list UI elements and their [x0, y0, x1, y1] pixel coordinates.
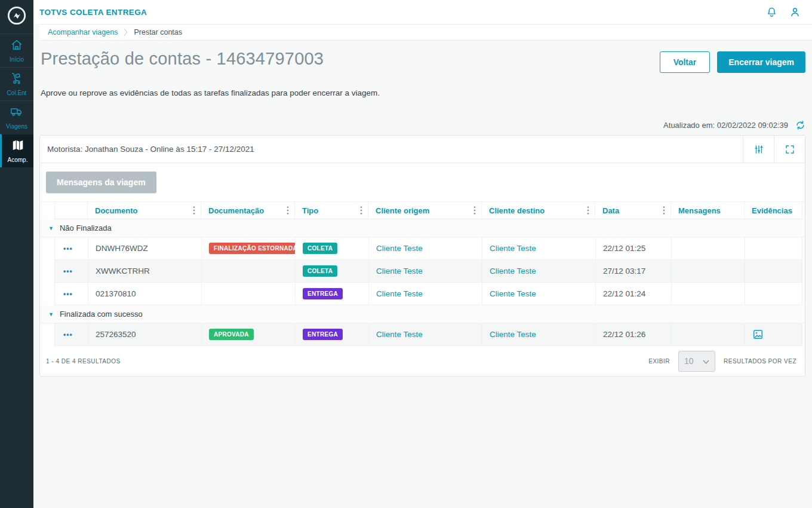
totvs-logo[interactable]: [0, 0, 33, 33]
map-icon: [11, 139, 24, 154]
sidebar-item-label: Início: [10, 56, 24, 63]
trip-messages-button[interactable]: Mensagens da viagem: [46, 172, 156, 193]
chevron-down-icon: [703, 356, 709, 366]
cliente-origem-link[interactable]: Cliente Teste: [376, 244, 423, 253]
sidebar-nav: Início Col.Ent Viagens Acomp.: [0, 33, 33, 167]
column-header-cliente-origem: Cliente origem: [368, 202, 482, 219]
user-icon[interactable]: [789, 6, 801, 19]
collapse-triangle-icon: ▼: [48, 225, 54, 231]
panel-header: Motorista: Jonathan Souza - Online às 15…: [40, 136, 805, 163]
page-size-select[interactable]: 10: [678, 351, 715, 372]
row-actions-icon[interactable]: •••: [62, 243, 74, 255]
results-count: 1 - 4 DE 4 RESULTADOS: [46, 358, 121, 365]
breadcrumb-link-acompanhar-viagens[interactable]: Acompanhar viagens: [48, 28, 118, 36]
type-badge: ENTREGA: [303, 288, 343, 299]
tasks-table: Documento Documentação Tipo Cliente orig…: [40, 202, 805, 346]
sidebar: Início Col.Ent Viagens Acomp.: [0, 0, 33, 508]
cliente-destino-link[interactable]: Cliente Teste: [490, 267, 536, 276]
cell-documentacao: [202, 260, 296, 282]
cliente-origem-link[interactable]: Cliente Teste: [376, 289, 423, 298]
row-actions-icon[interactable]: •••: [62, 265, 74, 277]
sidebar-item-label: Acomp.: [8, 157, 28, 163]
cell-data: 22/12 01:25: [596, 237, 672, 259]
sidebar-item-acomp[interactable]: Acomp.: [0, 134, 33, 167]
cell-cliente-destino: Cliente Teste: [482, 283, 596, 305]
cell-tipo: COLETA: [296, 237, 369, 259]
cell-documentacao: [202, 283, 296, 305]
cell-cliente-origem: Cliente Teste: [369, 260, 482, 282]
column-menu-icon[interactable]: [358, 205, 364, 216]
trip-panel: Motorista: Jonathan Souza - Online às 15…: [39, 135, 805, 377]
column-menu-icon[interactable]: [285, 205, 291, 216]
column-header-data: Data: [595, 202, 671, 219]
breadcrumb: Acompanhar viagens Prestar contas: [39, 24, 812, 41]
column-menu-icon[interactable]: [661, 205, 667, 216]
back-button[interactable]: Voltar: [660, 51, 710, 73]
topbar-icons: [765, 6, 801, 19]
image-evidence-icon[interactable]: [752, 329, 764, 340]
column-header-actions: [54, 202, 88, 219]
content: Prestação de contas - 14634797003 Voltar…: [33, 41, 812, 508]
column-header-documentacao: Documentação: [201, 202, 295, 219]
totvs-logo-icon: [7, 5, 27, 28]
row-actions-icon[interactable]: •••: [62, 329, 74, 341]
cliente-destino-link[interactable]: Cliente Teste: [490, 289, 536, 298]
exibir-label: EXIBIR: [648, 358, 670, 365]
cliente-destino-link[interactable]: Cliente Teste: [490, 330, 536, 339]
page-size-control: EXIBIR 10 RESULTADOS POR VEZ: [648, 351, 796, 372]
page-actions: Voltar Encerrar viagem: [660, 49, 805, 73]
column-header-documento: Documento: [88, 202, 201, 219]
row-actions-icon[interactable]: •••: [62, 288, 74, 300]
sidebar-item-label: Col.Ent: [7, 90, 27, 96]
group-label: Finalizada com sucesso: [60, 310, 143, 319]
group-label: Não Finalizada: [60, 224, 112, 232]
finish-trip-button[interactable]: Encerrar viagem: [717, 51, 805, 73]
column-menu-icon[interactable]: [191, 205, 197, 216]
cell-data: 22/12 01:24: [596, 283, 672, 305]
table-row: ••• 257263520 APROVADA ENTREGA Cliente T…: [54, 323, 802, 346]
type-badge: COLETA: [303, 265, 337, 277]
refresh-icon[interactable]: [795, 120, 805, 130]
group-row-nao-finalizada[interactable]: ▼ Não Finalizada: [40, 219, 805, 237]
table-row: ••• DNWH76WDZ FINALIZAÇÃO ESTORNADA COLE…: [54, 237, 802, 260]
page-size-value: 10: [684, 356, 694, 366]
sidebar-item-label: Viagens: [6, 123, 27, 130]
per-page-label: RESULTADOS POR VEZ: [724, 358, 796, 365]
column-menu-icon[interactable]: [472, 205, 478, 216]
home-icon: [10, 38, 23, 54]
panel-header-icons: [743, 136, 805, 163]
type-badge: COLETA: [303, 243, 337, 254]
status-badge: FINALIZAÇÃO ESTORNADA: [209, 243, 296, 254]
cliente-destino-link[interactable]: Cliente Teste: [490, 244, 536, 253]
cell-cliente-origem: Cliente Teste: [369, 237, 482, 259]
column-header-cliente-destino: Cliente destino: [482, 202, 595, 219]
cell-cliente-destino: Cliente Teste: [482, 323, 596, 345]
cell-evidencias: [745, 260, 802, 282]
column-settings-icon[interactable]: [743, 136, 774, 163]
cell-documentacao: FINALIZAÇÃO ESTORNADA: [202, 237, 296, 259]
sidebar-item-colent[interactable]: Col.Ent: [0, 67, 33, 100]
table-row: ••• 021370810 ENTREGA Cliente Teste Clie…: [54, 283, 802, 305]
column-header-mensagens: Mensagens: [671, 202, 745, 219]
column-menu-icon[interactable]: [585, 205, 591, 216]
cell-actions: •••: [55, 237, 88, 259]
cliente-origem-link[interactable]: Cliente Teste: [376, 330, 423, 339]
sidebar-item-viagens[interactable]: Viagens: [0, 100, 33, 134]
cell-data: 27/12 03:17: [596, 260, 672, 282]
cliente-origem-link[interactable]: Cliente Teste: [376, 267, 423, 276]
updated-row: Atualizado em: 02/02/2022 09:02:39: [39, 120, 805, 130]
cell-actions: •••: [55, 283, 88, 305]
bell-icon[interactable]: [765, 6, 778, 19]
cell-cliente-origem: Cliente Teste: [369, 283, 482, 305]
cell-data: 22/12 01:26: [596, 323, 672, 345]
chevron-right-icon: [124, 28, 128, 36]
fullscreen-icon[interactable]: [774, 136, 805, 163]
group-row-finalizada-com-sucesso[interactable]: ▼ Finalizada com sucesso: [40, 305, 805, 323]
sidebar-item-inicio[interactable]: Início: [0, 33, 33, 67]
driver-info: Motorista: Jonathan Souza - Online às 15…: [40, 145, 254, 154]
cell-tipo: COLETA: [296, 260, 369, 282]
cell-documentacao: APROVADA: [202, 323, 296, 345]
cell-mensagens: [672, 323, 745, 345]
type-badge: ENTREGA: [303, 329, 343, 340]
table-row: ••• XWWKCTRHR COLETA Cliente Teste Clien…: [54, 260, 802, 283]
